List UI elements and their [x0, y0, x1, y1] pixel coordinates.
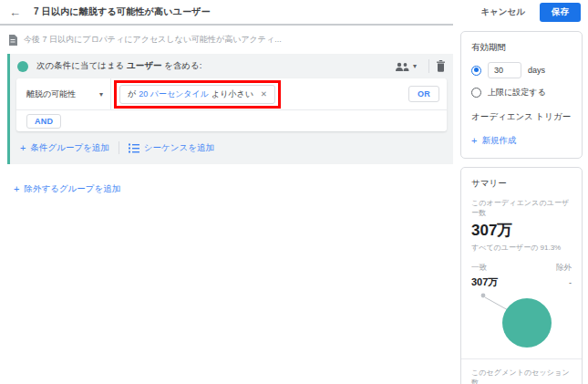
or-button[interactable]: OR — [408, 86, 439, 102]
cancel-button[interactable]: キャンセル — [480, 6, 525, 18]
membership-duration-card: 有効期間 days 上限に設定する オーディエンス トリガー + 新規作成 — [460, 31, 583, 159]
condition-card: 離脱の可能性 ▾ が 20 パーセンタイル より小さい ✕ OR AND — [16, 78, 447, 131]
exclude-value: - — [569, 278, 572, 287]
chip-operator-suffix: より小さい — [211, 88, 253, 100]
duration-input[interactable] — [488, 62, 521, 78]
condition-group-title: 次の条件に当てはまる ユーザー を含める: — [36, 60, 201, 72]
duration-limit-option: 上限に設定する — [471, 87, 572, 99]
dimension-select-value: 離脱の可能性 — [26, 88, 76, 100]
trigger-create-row: + 新規作成 — [471, 131, 572, 148]
app-bar: ← 7 日以内に離脱する可能性が高いユーザー キャンセル 保存 — [0, 0, 588, 24]
audience-description-row[interactable]: 今後 7 日以内にプロパティにアクセスしない可能性が高いアクティ... — [8, 34, 453, 46]
match-value: 307万 — [471, 275, 498, 289]
duration-days-option: days — [471, 62, 572, 78]
user-scope-icon[interactable] — [395, 62, 409, 71]
audience-pie-chart — [471, 291, 572, 351]
duration-days-radio[interactable] — [471, 66, 481, 76]
condition-group-header: 次の条件に当てはまる ユーザー を含める: ▾ — [10, 54, 453, 78]
document-icon — [8, 35, 17, 46]
audience-description-text: 今後 7 日以内にプロパティにアクセスしない可能性が高いアクティ... — [24, 34, 282, 46]
exclude-label: 除外 — [556, 263, 572, 274]
and-button[interactable]: AND — [26, 114, 61, 129]
chip-operator-prefix: が — [128, 88, 136, 100]
group-title-entity: ユーザー — [127, 60, 161, 70]
audience-trigger-title: オーディエンス トリガー — [471, 111, 572, 123]
page-title: 7 日以内に離脱する可能性が高いユーザー — [34, 5, 211, 18]
plus-icon: + — [20, 143, 26, 153]
create-trigger-label: 新規作成 — [481, 135, 516, 147]
dimension-caret-icon: ▾ — [99, 90, 103, 99]
users-percent: すべてのユーザーの 91.3% — [471, 243, 572, 253]
exclude-group-row: + 除外するグループを追加 — [14, 180, 453, 196]
condition-filter-chip[interactable]: が 20 パーセンタイル より小さい ✕ — [119, 85, 275, 104]
condition-row: 離脱の可能性 ▾ が 20 パーセンタイル より小さい ✕ OR — [16, 78, 447, 110]
dimension-select[interactable]: 離脱の可能性 ▾ — [16, 78, 111, 109]
duration-limit-label: 上限に設定する — [488, 87, 546, 99]
duration-limit-radio[interactable] — [471, 88, 481, 98]
match-label: 一致 — [471, 263, 487, 274]
chip-value: 20 パーセンタイル — [139, 88, 209, 100]
match-exclude-labels: 一致 除外 — [471, 263, 572, 274]
sessions-count-label: このセグメントのセッション数 — [471, 368, 572, 384]
chip-remove-icon[interactable]: ✕ — [261, 89, 267, 99]
summary-card: サマリー このオーディエンスのユーザー数 307万 すべてのユーザーの 91.3… — [460, 167, 583, 384]
include-condition-group: 次の条件に当てはまる ユーザー を含める: ▾ — [7, 54, 453, 164]
duration-title: 有効期間 — [471, 42, 572, 54]
users-count-value: 307万 — [471, 220, 572, 241]
sequence-list-icon — [129, 143, 139, 153]
summary-title: サマリー — [471, 178, 572, 190]
back-arrow-icon[interactable]: ← — [9, 6, 21, 18]
create-trigger-link[interactable]: + 新規作成 — [471, 135, 516, 147]
plus-icon: + — [471, 136, 477, 146]
add-sequence-link[interactable]: シーケンスを追加 — [129, 142, 214, 154]
scope-dropdown-caret-icon[interactable]: ▾ — [413, 62, 417, 70]
summary-divider — [461, 358, 582, 359]
add-condition-group-link[interactable]: + 条件グループを追加 — [20, 142, 109, 154]
add-condition-group-label: 条件グループを追加 — [30, 142, 108, 154]
save-button[interactable]: 保存 — [540, 3, 581, 22]
pie-annotation-dot — [481, 294, 486, 298]
delete-group-trash-icon[interactable] — [436, 60, 446, 72]
duration-unit-label: days — [528, 66, 545, 75]
header-divider — [428, 59, 429, 73]
group-title-prefix: 次の条件に当てはまる — [36, 60, 124, 70]
group-actions-row: + 条件グループを追加 シーケンスを追加 — [10, 131, 453, 154]
settings-sidebar: 有効期間 days 上限に設定する オーディエンス トリガー + 新規作成 サマ… — [460, 31, 583, 384]
actions-divider — [119, 141, 119, 154]
annotation-highlight-box: が 20 パーセンタイル より小さい ✕ — [114, 80, 281, 109]
include-scope-dot — [17, 61, 28, 72]
group-title-suffix: を含める: — [164, 60, 201, 70]
match-exclude-values: 307万 - — [471, 275, 572, 289]
add-exclude-group-link[interactable]: + 除外するグループを追加 — [14, 183, 120, 195]
and-row: AND — [16, 110, 447, 131]
plus-icon: + — [14, 184, 19, 194]
audience-builder-main: 今後 7 日以内にプロパティにアクセスしない可能性が高いアクティ... 次の条件… — [0, 26, 453, 196]
pie-slice-match — [502, 298, 552, 348]
users-count-label: このオーディエンスのユーザー数 — [471, 198, 572, 218]
add-sequence-label: シーケンスを追加 — [144, 142, 214, 154]
add-exclude-group-label: 除外するグループを追加 — [24, 183, 120, 195]
